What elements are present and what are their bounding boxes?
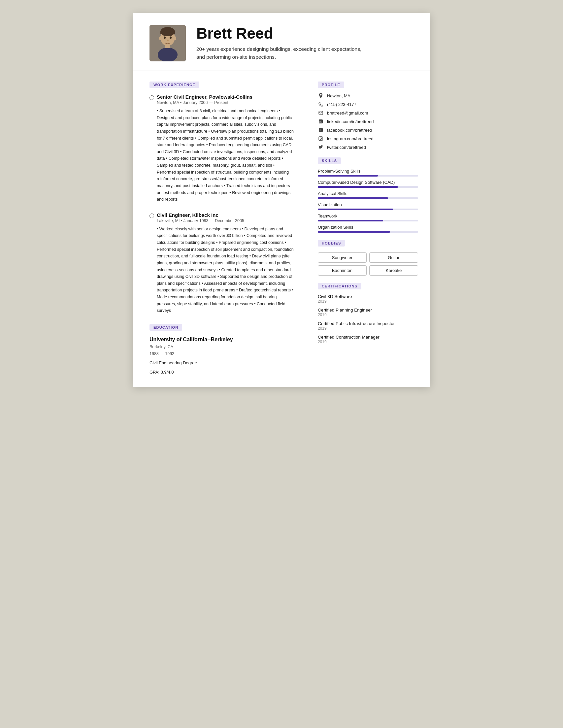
cert-name: Civil 3D Software xyxy=(318,294,418,299)
instagram-icon xyxy=(318,136,324,142)
job-entry-0: Senior Civil Engineer, Powlowski-Collins… xyxy=(149,94,295,203)
profile-location: Newton, MA xyxy=(327,93,350,98)
skill-item: Analytical Skills xyxy=(318,191,418,199)
skill-name: Computer-Aided Design Software (CAD) xyxy=(318,180,418,185)
job-bullets-0: • Supervised a team of 8 civil, electric… xyxy=(157,108,295,203)
job-meta-0: Newton, MA • January 2006 — Present xyxy=(157,100,295,105)
hobby-tag: Badminton xyxy=(318,265,367,276)
hobbies-grid: SongwriterGuitarBadmintonKaroake xyxy=(318,252,418,276)
profile-linkedin-row: in linkedin.com/in/brettreed xyxy=(318,118,418,124)
header-section: Brett Reed 20+ years experience designin… xyxy=(133,13,430,71)
skill-bar-bg xyxy=(318,197,418,199)
school-city: Berkeley, CA xyxy=(149,344,295,350)
skill-bar-fill xyxy=(318,186,398,188)
education-section: EDUCATION University of California--Berk… xyxy=(149,324,295,376)
profile-location-row: Newton, MA xyxy=(318,93,418,99)
hobby-tag: Karoake xyxy=(369,265,418,276)
svg-point-4 xyxy=(158,48,178,61)
hobby-tag: Songwriter xyxy=(318,252,367,263)
profile-instagram-row: instagram.com/brettreed xyxy=(318,136,418,142)
svg-rect-3 xyxy=(160,31,175,34)
cert-year: 2019 xyxy=(318,299,418,304)
skill-bar-bg xyxy=(318,186,418,188)
skill-bar-bg xyxy=(318,175,418,177)
cert-item: Certified Public Infrastructure Inspecto… xyxy=(318,321,418,331)
cert-year: 2019 xyxy=(318,340,418,344)
skill-name: Teamwork xyxy=(318,214,418,218)
school-name: University of California--Berkeley xyxy=(149,337,295,343)
skill-bar-fill xyxy=(318,231,390,233)
profile-phone-row: (415) 223-4177 xyxy=(318,101,418,107)
profile-label: PROFILE xyxy=(318,82,344,88)
svg-rect-14 xyxy=(319,128,323,132)
skill-name: Analytical Skills xyxy=(318,191,418,196)
svg-point-7 xyxy=(174,36,176,40)
school-years: 1988 — 1992 xyxy=(149,350,295,357)
profile-twitter: twitter.com/brettreed xyxy=(327,145,366,150)
facebook-icon: f xyxy=(318,127,324,133)
avatar xyxy=(149,25,186,61)
gpa: GPA: 3.9/4.0 xyxy=(149,369,295,376)
svg-point-10 xyxy=(167,40,169,41)
location-icon xyxy=(318,93,324,99)
svg-rect-16 xyxy=(319,137,323,141)
main-content: WORK EXPERIENCE Senior Civil Engineer, P… xyxy=(133,71,430,387)
job-bullets-1: • Worked closely with senior design engi… xyxy=(157,226,295,314)
cert-item: Certified Planning Engineer 2019 xyxy=(318,308,418,317)
svg-point-6 xyxy=(159,36,162,40)
job-meta-1: Lakeville, MI • January 1993 — December … xyxy=(157,218,295,223)
job-entry-1: Civil Engineer, Kilback Inc Lakeville, M… xyxy=(149,212,295,314)
cert-name: Certified Public Infrastructure Inspecto… xyxy=(318,321,418,326)
skill-bar-bg xyxy=(318,209,418,210)
profile-facebook-row: f facebook.com/brettreed xyxy=(318,127,418,133)
skill-item: Problem-Solving Skills xyxy=(318,169,418,177)
right-column: PROFILE Newton, MA (415) 223-4177 xyxy=(307,71,430,387)
profile-facebook: facebook.com/brettreed xyxy=(327,128,372,133)
candidate-name: Brett Reed xyxy=(196,25,414,42)
skill-item: Teamwork xyxy=(318,214,418,221)
svg-point-9 xyxy=(170,37,172,39)
cert-name: Certified Planning Engineer xyxy=(318,308,418,313)
skill-bar-fill xyxy=(318,209,393,210)
skill-bar-bg xyxy=(318,231,418,233)
job-title-0: Senior Civil Engineer, Powlowski-Collins xyxy=(157,94,295,100)
skill-bar-fill xyxy=(318,175,378,177)
twitter-icon xyxy=(318,144,324,150)
hobbies-label: HOBBIES xyxy=(318,240,345,247)
skill-bar-bg xyxy=(318,220,418,221)
skill-bar-fill xyxy=(318,220,383,221)
skill-bar-fill xyxy=(318,197,388,199)
header-info: Brett Reed 20+ years experience designin… xyxy=(196,25,414,61)
resume-container: Brett Reed 20+ years experience designin… xyxy=(133,13,430,387)
work-experience-label: WORK EXPERIENCE xyxy=(149,82,199,88)
profile-email-row: brettreed@gmail.com xyxy=(318,110,418,116)
cert-item: Civil 3D Software 2019 xyxy=(318,294,418,304)
svg-text:in: in xyxy=(319,120,321,123)
cert-name: Certified Construction Manager xyxy=(318,335,418,340)
profile-phone: (415) 223-4177 xyxy=(327,102,356,107)
left-column: WORK EXPERIENCE Senior Civil Engineer, P… xyxy=(133,71,307,387)
svg-rect-5 xyxy=(165,44,170,48)
certifications-label: CERTIFICATIONS xyxy=(318,283,361,289)
skill-item: Organization Skills xyxy=(318,225,418,233)
skills-label: SKILLS xyxy=(318,157,341,164)
certifications-section: CERTIFICATIONS Civil 3D Software 2019 Ce… xyxy=(318,283,418,344)
svg-point-8 xyxy=(164,37,166,39)
profile-section: PROFILE Newton, MA (415) 223-4177 xyxy=(318,82,418,150)
skill-name: Visualization xyxy=(318,202,418,207)
work-experience-section: WORK EXPERIENCE Senior Civil Engineer, P… xyxy=(149,82,295,314)
cert-year: 2019 xyxy=(318,326,418,331)
cert-item: Certified Construction Manager 2019 xyxy=(318,335,418,344)
degree: Civil Engineering Degree xyxy=(149,359,295,367)
svg-rect-11 xyxy=(319,111,323,115)
job-title-1: Civil Engineer, Kilback Inc xyxy=(157,212,295,218)
skills-section: SKILLS Problem-Solving Skills Computer-A… xyxy=(318,157,418,233)
skills-list: Problem-Solving Skills Computer-Aided De… xyxy=(318,169,418,233)
certifications-list: Civil 3D Software 2019 Certified Plannin… xyxy=(318,294,418,344)
education-label: EDUCATION xyxy=(149,324,182,331)
svg-point-17 xyxy=(320,138,321,140)
phone-icon xyxy=(318,101,324,107)
skill-name: Organization Skills xyxy=(318,225,418,230)
hobby-tag: Guitar xyxy=(369,252,418,263)
profile-twitter-row: twitter.com/brettreed xyxy=(318,144,418,150)
